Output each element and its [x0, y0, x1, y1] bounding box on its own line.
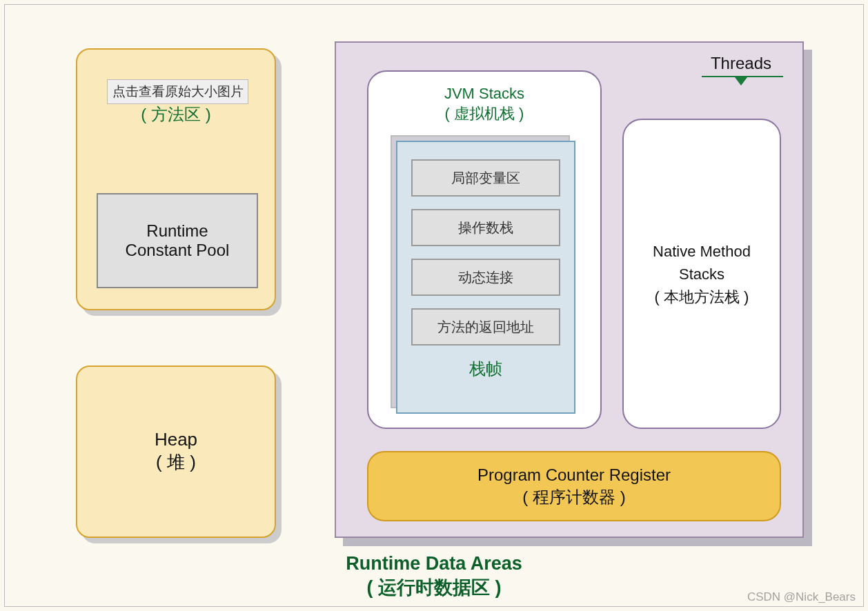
jvm-stacks-cn: ( 虚拟机栈 ) — [445, 105, 524, 122]
stack-frame-label: 栈帧 — [411, 358, 560, 380]
jvm-stacks-en: JVM Stacks — [444, 85, 524, 102]
threads-container: Threads JVM Stacks ( 虚拟机栈 ) 局部变量区 操作数栈 动… — [335, 41, 804, 538]
main-title: Runtime Data Areas ( 运行时数据区 ) — [0, 552, 868, 600]
click-hint-overlay[interactable]: 点击查看原始大小图片 — [107, 79, 248, 104]
frame-item-dynamic-link: 动态连接 — [411, 259, 560, 296]
runtime-constant-pool: Runtime Constant Pool — [97, 193, 258, 288]
stack-frame-box: 局部变量区 操作数栈 动态连接 方法的返回地址 栈帧 — [396, 141, 575, 414]
main-title-en: Runtime Data Areas — [0, 552, 868, 576]
native-line2: Stacks — [679, 263, 724, 286]
constant-pool-line1: Runtime — [146, 221, 208, 241]
pc-line1: Program Counter Register — [477, 464, 671, 486]
pc-line2: ( 程序计数器 ) — [522, 486, 625, 508]
constant-pool-line2: Constant Pool — [126, 241, 230, 260]
heap-line1: Heap — [155, 429, 197, 450]
native-line3: ( 本地方法栈 ) — [655, 286, 749, 308]
frame-item-return-addr: 方法的返回地址 — [411, 308, 560, 345]
heap-box: Heap ( 堆 ) — [76, 365, 276, 538]
watermark: CSDN @Nick_Bears — [747, 590, 856, 604]
program-counter-register-box: Program Counter Register ( 程序计数器 ) — [367, 451, 781, 521]
heap: Heap ( 堆 ) — [76, 365, 276, 538]
jvm-stacks-box: JVM Stacks ( 虚拟机栈 ) 局部变量区 操作数栈 动态连接 方法的返… — [367, 70, 602, 429]
main-title-cn: ( 运行时数据区 ) — [0, 576, 868, 600]
heap-line2: ( 堆 ) — [156, 450, 196, 474]
threads-box: Threads JVM Stacks ( 虚拟机栈 ) 局部变量区 操作数栈 动… — [335, 41, 804, 538]
jvm-stacks-title: JVM Stacks ( 虚拟机栈 ) — [368, 84, 600, 123]
native-method-stacks-box: Native Method Stacks ( 本地方法栈 ) — [622, 119, 781, 429]
threads-label: Threads — [711, 54, 771, 73]
stack-frame: 局部变量区 操作数栈 动态连接 方法的返回地址 栈帧 — [396, 141, 575, 414]
native-line1: Native Method — [653, 240, 751, 263]
frame-item-operand-stack: 操作数栈 — [411, 209, 560, 246]
method-area-label: ( 方法区 ) — [77, 103, 275, 126]
frame-item-local-vars: 局部变量区 — [411, 159, 560, 197]
